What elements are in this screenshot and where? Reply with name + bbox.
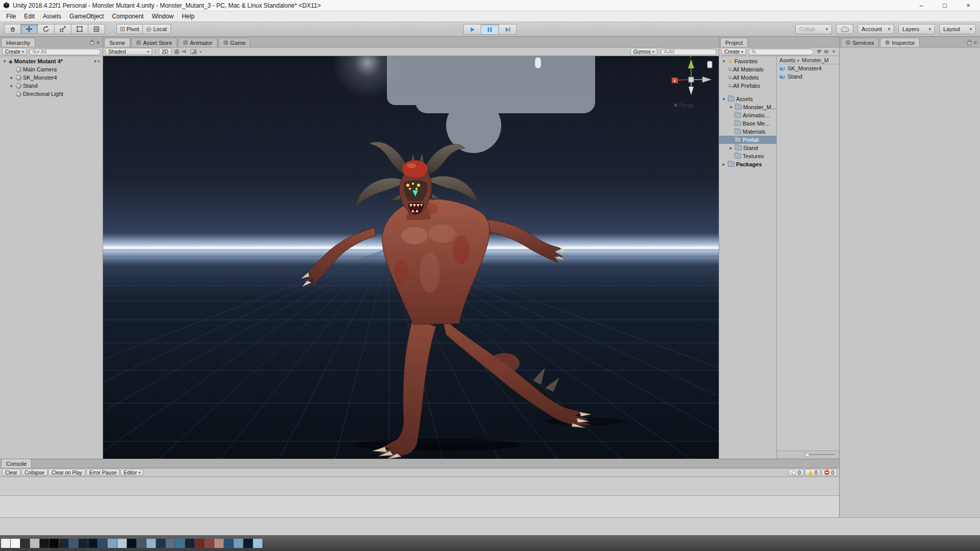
lock-icon[interactable]	[967, 41, 971, 45]
maximize-button[interactable]: □	[933, 0, 957, 11]
menu-help[interactable]: Help	[178, 11, 199, 21]
scene-search-input[interactable]: All	[660, 48, 717, 55]
scene-viewport-canvas[interactable]: y x Persp	[103, 56, 719, 459]
warning-filter-button[interactable]: 0	[805, 469, 821, 476]
taskbar-swatch[interactable]	[11, 539, 20, 548]
taskbar-swatch[interactable]	[156, 539, 165, 548]
menu-window[interactable]: Window	[148, 11, 178, 21]
tab-services[interactable]: Services	[841, 38, 879, 47]
step-button[interactable]	[499, 24, 517, 35]
taskbar-swatch[interactable]	[205, 539, 214, 548]
taskbar-swatch[interactable]	[243, 539, 253, 548]
move-tool-button[interactable]	[21, 24, 38, 34]
play-button[interactable]	[463, 24, 481, 35]
menu-assets[interactable]: Assets	[39, 11, 65, 21]
tab-game[interactable]: Game	[218, 38, 251, 47]
favorite-all-prefabs[interactable]: All Prefabs	[719, 82, 776, 90]
expand-arrow-icon[interactable]: ►	[9, 76, 14, 80]
close-button[interactable]: ×	[957, 0, 980, 11]
expand-arrow-icon[interactable]: ►	[728, 146, 733, 151]
taskbar-swatch[interactable]	[117, 539, 127, 548]
folder-base-mesh[interactable]: Base Me...	[719, 119, 776, 128]
tab-asset-store[interactable]: Asset Store	[131, 38, 177, 47]
folder-textures[interactable]: Textures	[719, 152, 776, 160]
tab-scene[interactable]: Scene	[104, 38, 130, 47]
minimize-button[interactable]: –	[910, 0, 933, 11]
info-filter-button[interactable]: 0	[789, 469, 804, 476]
pan-tool-button[interactable]	[4, 24, 21, 34]
2d-toggle-button[interactable]: 2D	[159, 48, 172, 55]
hierarchy-search-input[interactable]: ▾ All	[29, 48, 101, 55]
panel-menu-icon[interactable]: ≡	[974, 40, 977, 45]
gizmo-center-cube[interactable]	[689, 77, 694, 82]
project-create-button[interactable]: Create ▾	[721, 48, 746, 55]
layers-dropdown[interactable]: Layers ▾	[898, 24, 935, 34]
viewport-corner-icon[interactable]	[707, 61, 712, 68]
panel-menu-icon[interactable]: ≡	[96, 40, 100, 45]
caret-icon[interactable]: ▾	[200, 49, 202, 54]
shading-mode-dropdown[interactable]: Shaded ▾	[105, 48, 152, 55]
console-collapse-button[interactable]: Collapse	[21, 469, 47, 476]
persp-label[interactable]: Persp	[679, 102, 694, 108]
console-clear-on-play-button[interactable]: Clear on Play	[48, 469, 85, 476]
taskbar-swatch[interactable]	[69, 539, 78, 548]
scene-viewport[interactable]: y x Persp	[103, 56, 719, 459]
scene-audio-toggle-icon[interactable]	[182, 49, 187, 54]
taskbar-swatch[interactable]	[1, 539, 10, 548]
hierarchy-item-stand[interactable]: ► Stand	[0, 82, 103, 90]
taskbar-swatch[interactable]	[98, 539, 107, 548]
tab-console[interactable]: Console	[1, 459, 32, 468]
taskbar-swatch[interactable]	[234, 539, 243, 548]
pause-button[interactable]	[481, 24, 499, 35]
favorites-row[interactable]: ▼ ★ Favorites	[719, 57, 776, 65]
expand-arrow-icon[interactable]: ►	[721, 162, 726, 167]
layout-dropdown[interactable]: Layout ▾	[939, 24, 976, 34]
hierarchy-item-directional-light[interactable]: Directional Light	[0, 90, 103, 98]
breadcrumb-root[interactable]: Assets	[779, 57, 796, 63]
gizmos-dropdown[interactable]: Gizmos ▾	[630, 48, 657, 55]
taskbar-swatch[interactable]	[224, 539, 233, 548]
taskbar-swatch[interactable]	[176, 539, 185, 548]
taskbar-swatch[interactable]	[79, 539, 88, 548]
taskbar-swatch[interactable]	[137, 539, 146, 548]
asset-stand[interactable]: Stand	[777, 72, 839, 81]
hierarchy-item-sk-monster4[interactable]: ► SK_Monster4	[0, 73, 103, 82]
expand-arrow-icon[interactable]: ▼	[721, 97, 726, 102]
rotate-tool-button[interactable]	[38, 24, 55, 34]
favorite-all-materials[interactable]: All Materials	[719, 65, 776, 73]
hierarchy-create-button[interactable]: Create ▾	[2, 48, 27, 55]
tab-inspector[interactable]: Inspector	[880, 38, 920, 47]
hierarchy-item-main-camera[interactable]: Main Camera	[0, 65, 103, 73]
taskbar-swatch[interactable]	[253, 539, 262, 548]
account-dropdown[interactable]: Account ▾	[857, 24, 894, 34]
expand-arrow-icon[interactable]: ▼	[721, 59, 726, 64]
asset-sk-monster4[interactable]: SK_Monster4	[777, 64, 839, 72]
taskbar-swatch[interactable]	[50, 539, 59, 548]
taskbar-swatch[interactable]	[30, 539, 39, 548]
menu-file[interactable]: File	[2, 11, 20, 21]
taskbar-swatch[interactable]	[185, 539, 194, 548]
taskbar-swatch[interactable]	[59, 539, 68, 548]
rect-tool-button[interactable]	[71, 24, 88, 34]
save-search-star-icon[interactable]: ★	[831, 49, 836, 54]
error-filter-button[interactable]: 0	[821, 469, 837, 476]
tab-animator[interactable]: Animator	[178, 38, 217, 47]
cloud-button[interactable]	[836, 24, 853, 34]
scene-menu-icon[interactable]: ▾≡	[94, 59, 103, 64]
console-clear-button[interactable]: Clear	[2, 469, 20, 476]
lock-icon[interactable]	[90, 41, 94, 45]
folder-animation[interactable]: Animatio...	[719, 111, 776, 119]
packages-row[interactable]: ► Packages	[719, 160, 776, 168]
taskbar-swatch[interactable]	[127, 539, 136, 548]
hierarchy-scene-row[interactable]: ▼ ◆ Monster Mutant 4* ▾≡	[0, 57, 103, 65]
breadcrumb-current[interactable]: Monster_M	[802, 57, 829, 63]
folder-stand[interactable]: ► Stand	[719, 144, 776, 152]
scale-tool-button[interactable]	[55, 24, 71, 34]
taskbar-swatch[interactable]	[108, 539, 117, 548]
expand-arrow-icon[interactable]: ►	[9, 84, 14, 88]
taskbar-swatch[interactable]	[166, 539, 175, 548]
expand-arrow-icon[interactable]: ▼	[728, 105, 733, 110]
search-by-type-icon[interactable]	[817, 50, 822, 54]
project-search-input[interactable]	[748, 48, 814, 55]
transform-tool-button[interactable]	[88, 24, 105, 34]
